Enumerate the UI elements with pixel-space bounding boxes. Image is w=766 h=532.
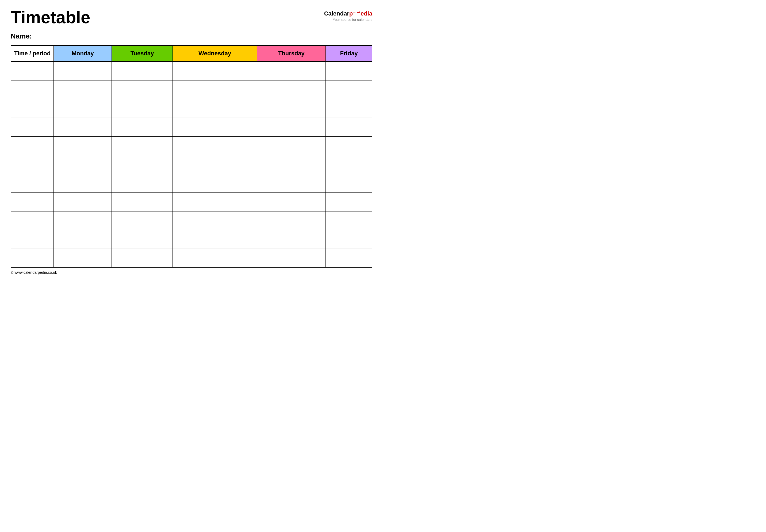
table-cell: [257, 61, 326, 80]
table-header-row: Time / period Monday Tuesday Wednesday T…: [11, 45, 372, 61]
table-cell: [54, 230, 112, 249]
table-cell: [257, 80, 326, 99]
table-cell: [11, 230, 54, 249]
table-cell: [54, 80, 112, 99]
table-cell: [173, 174, 257, 192]
table-row: [11, 155, 372, 174]
table-cell: [173, 136, 257, 155]
table-cell: [112, 118, 173, 136]
name-label: Name:: [11, 32, 32, 40]
table-cell: [326, 230, 372, 249]
table-cell: [257, 211, 326, 230]
table-cell: [257, 99, 326, 118]
table-cell: [54, 61, 112, 80]
table-cell: [326, 99, 372, 118]
table-cell: [11, 249, 54, 267]
table-row: [11, 136, 372, 155]
table-cell: [326, 136, 372, 155]
logo-text: Calendarpco.ukedia: [324, 10, 372, 17]
table-cell: [54, 211, 112, 230]
table-cell: [326, 174, 372, 192]
table-cell: [112, 80, 173, 99]
table-cell: [326, 80, 372, 99]
header-wednesday: Wednesday: [173, 45, 257, 61]
table-cell: [54, 118, 112, 136]
timetable-body: [11, 61, 372, 267]
table-cell: [112, 192, 173, 211]
footer: © www.calendarpedia.co.uk: [11, 270, 372, 275]
table-cell: [173, 211, 257, 230]
table-cell: [11, 118, 54, 136]
header-thursday: Thursday: [257, 45, 326, 61]
table-row: [11, 80, 372, 99]
header-friday: Friday: [326, 45, 372, 61]
table-cell: [173, 192, 257, 211]
table-cell: [173, 249, 257, 267]
table-cell: [54, 136, 112, 155]
header-monday: Monday: [54, 45, 112, 61]
logo-calendar: Calendar: [324, 10, 349, 17]
table-cell: [173, 80, 257, 99]
header: Timetable Calendarpco.ukedia Your source…: [11, 8, 372, 27]
table-cell: [257, 118, 326, 136]
table-row: [11, 118, 372, 136]
table-cell: [112, 249, 173, 267]
table-cell: [257, 136, 326, 155]
table-cell: [112, 136, 173, 155]
table-cell: [173, 155, 257, 174]
table-cell: [257, 249, 326, 267]
table-cell: [326, 211, 372, 230]
logo-area: Calendarpco.ukedia Your source for calen…: [324, 8, 372, 22]
table-row: [11, 249, 372, 267]
table-cell: [54, 99, 112, 118]
header-tuesday: Tuesday: [112, 45, 173, 61]
table-cell: [112, 155, 173, 174]
table-cell: [54, 249, 112, 267]
table-cell: [173, 99, 257, 118]
table-cell: [326, 118, 372, 136]
table-cell: [54, 155, 112, 174]
table-cell: [11, 211, 54, 230]
table-cell: [11, 155, 54, 174]
table-cell: [173, 61, 257, 80]
table-cell: [11, 61, 54, 80]
table-row: [11, 174, 372, 192]
logo-tagline: Your source for calendars: [333, 18, 372, 22]
table-cell: [326, 192, 372, 211]
table-row: [11, 61, 372, 80]
table-cell: [257, 230, 326, 249]
table-cell: [54, 192, 112, 211]
logo-couk: co.uk: [353, 11, 360, 14]
table-cell: [11, 80, 54, 99]
table-cell: [112, 174, 173, 192]
header-time-period: Time / period: [11, 45, 54, 61]
table-cell: [112, 230, 173, 249]
table-row: [11, 192, 372, 211]
table-cell: [54, 174, 112, 192]
table-cell: [326, 61, 372, 80]
table-cell: [112, 211, 173, 230]
table-cell: [257, 155, 326, 174]
table-cell: [173, 230, 257, 249]
table-cell: [11, 174, 54, 192]
timetable: Time / period Monday Tuesday Wednesday T…: [11, 45, 372, 268]
table-cell: [257, 174, 326, 192]
table-cell: [326, 249, 372, 267]
table-cell: [112, 99, 173, 118]
name-row: Name:: [11, 32, 372, 40]
table-row: [11, 99, 372, 118]
table-cell: [173, 118, 257, 136]
table-row: [11, 230, 372, 249]
table-cell: [112, 61, 173, 80]
table-cell: [11, 136, 54, 155]
page-title: Timetable: [11, 8, 90, 27]
table-cell: [257, 192, 326, 211]
table-cell: [326, 155, 372, 174]
footer-url: © www.calendarpedia.co.uk: [11, 270, 57, 275]
table-cell: [11, 99, 54, 118]
logo-pedia: pco.ukedia: [349, 10, 372, 17]
table-row: [11, 211, 372, 230]
table-cell: [11, 192, 54, 211]
